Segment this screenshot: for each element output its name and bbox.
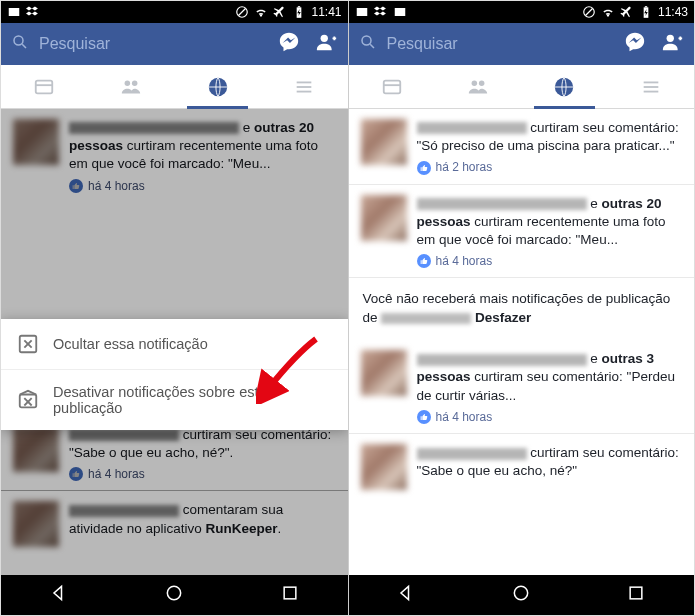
svg-line-5 xyxy=(22,44,26,48)
blurred-name xyxy=(417,448,527,460)
status-time: 11:43 xyxy=(658,5,688,19)
tab-notifications[interactable] xyxy=(174,65,261,108)
no-sim-icon xyxy=(235,5,249,19)
avatar xyxy=(361,444,407,490)
tab-bar xyxy=(1,65,348,109)
photo-icon xyxy=(355,5,369,19)
search-bar[interactable]: Pesquisar xyxy=(1,23,348,65)
svg-point-4 xyxy=(14,36,23,45)
notification-item[interactable]: curtiram seu comentário: "Só preciso de … xyxy=(349,109,695,184)
svg-line-24 xyxy=(585,9,592,16)
search-placeholder: Pesquisar xyxy=(39,35,262,53)
status-time: 11:41 xyxy=(311,5,341,19)
recent-button[interactable] xyxy=(626,583,646,607)
blurred-name xyxy=(417,122,527,134)
svg-rect-3 xyxy=(298,6,300,7)
text: e xyxy=(590,351,598,366)
svg-point-21 xyxy=(168,586,181,599)
notification-item[interactable]: e outras 20 pessoas curtiram recentement… xyxy=(349,184,695,278)
battery-icon xyxy=(292,5,306,19)
phone-right: 11:43 Pesquisar curtiram seu comentário:… xyxy=(348,1,695,615)
svg-point-10 xyxy=(132,80,138,86)
battery-icon xyxy=(639,5,653,19)
svg-line-1 xyxy=(239,9,246,16)
search-bar[interactable]: Pesquisar xyxy=(349,23,695,65)
android-navbar xyxy=(349,575,695,615)
svg-rect-26 xyxy=(645,6,647,7)
no-sim-icon xyxy=(582,5,596,19)
home-button[interactable] xyxy=(511,583,531,607)
svg-point-27 xyxy=(362,36,371,45)
tab-feed[interactable] xyxy=(1,65,88,108)
back-button[interactable] xyxy=(396,583,416,607)
phone-left: 11:41 Pesquisar e outras xyxy=(1,1,348,615)
tab-menu[interactable] xyxy=(261,65,348,108)
svg-line-28 xyxy=(370,44,374,48)
tab-menu[interactable] xyxy=(608,65,694,108)
time: há 4 horas xyxy=(436,253,493,269)
time: há 4 horas xyxy=(436,409,493,425)
blurred-name xyxy=(417,354,587,366)
text: e xyxy=(590,196,598,211)
avatar xyxy=(361,119,407,165)
avatar xyxy=(361,350,407,396)
text: outras xyxy=(602,196,643,211)
like-icon xyxy=(417,161,431,175)
popup-disable-notifications[interactable]: Desativar notificações sobre esta public… xyxy=(1,369,348,430)
notification-item[interactable]: e outras 3 pessoas curtiram seu comentár… xyxy=(349,340,695,433)
tab-feed[interactable] xyxy=(349,65,435,108)
svg-point-32 xyxy=(472,80,478,86)
notifications-list: e outras 20 pessoas curtiram recentement… xyxy=(1,109,348,575)
tab-notifications[interactable] xyxy=(521,65,607,108)
photo-icon xyxy=(393,5,407,19)
svg-point-29 xyxy=(667,35,674,42)
hide-icon xyxy=(17,333,39,355)
status-bar: 11:43 xyxy=(349,1,695,23)
android-navbar xyxy=(1,575,348,615)
popup-label: Ocultar essa notificação xyxy=(53,336,208,352)
notifications-list: curtiram seu comentário: "Só preciso de … xyxy=(349,109,695,575)
undo-message: Você não receberá mais notificações de p… xyxy=(349,277,695,340)
dropbox-icon xyxy=(26,5,40,19)
tab-friends[interactable] xyxy=(435,65,521,108)
status-bar: 11:41 xyxy=(1,1,348,23)
messenger-icon[interactable] xyxy=(624,31,646,57)
like-icon xyxy=(417,254,431,268)
notification-item[interactable]: curtiram seu comentário: "Sabe o que eu … xyxy=(349,433,695,498)
tab-friends[interactable] xyxy=(88,65,175,108)
blurred-name xyxy=(381,313,471,324)
like-icon xyxy=(417,410,431,424)
friend-requests-icon[interactable] xyxy=(316,31,338,57)
svg-rect-22 xyxy=(284,587,296,599)
friend-requests-icon[interactable] xyxy=(662,31,684,57)
messenger-icon[interactable] xyxy=(278,31,300,57)
svg-rect-7 xyxy=(36,80,53,93)
airplane-icon xyxy=(273,5,287,19)
wifi-icon xyxy=(601,5,615,19)
search-icon xyxy=(11,33,29,55)
dual-screenshot: 11:41 Pesquisar e outras xyxy=(0,0,695,616)
photo-icon xyxy=(7,5,21,19)
search-placeholder: Pesquisar xyxy=(387,35,609,53)
recent-button[interactable] xyxy=(280,583,300,607)
home-button[interactable] xyxy=(164,583,184,607)
blurred-name xyxy=(417,198,587,210)
airplane-icon xyxy=(620,5,634,19)
dropbox-icon xyxy=(374,5,388,19)
svg-point-9 xyxy=(125,80,130,86)
svg-rect-30 xyxy=(383,80,400,93)
context-popup: Ocultar essa notificação Desativar notif… xyxy=(1,319,348,430)
search-icon xyxy=(359,33,377,55)
popup-hide-notification[interactable]: Ocultar essa notificação xyxy=(1,319,348,369)
svg-point-38 xyxy=(515,586,528,599)
back-button[interactable] xyxy=(49,583,69,607)
svg-rect-39 xyxy=(631,587,643,599)
svg-point-33 xyxy=(479,80,485,86)
time: há 2 horas xyxy=(436,159,493,175)
avatar xyxy=(361,195,407,241)
undo-link[interactable]: Desfazer xyxy=(475,310,531,325)
tab-bar xyxy=(349,65,695,109)
disable-icon xyxy=(17,389,39,411)
popup-label: Desativar notificações sobre esta public… xyxy=(53,384,332,416)
svg-point-6 xyxy=(320,35,327,42)
